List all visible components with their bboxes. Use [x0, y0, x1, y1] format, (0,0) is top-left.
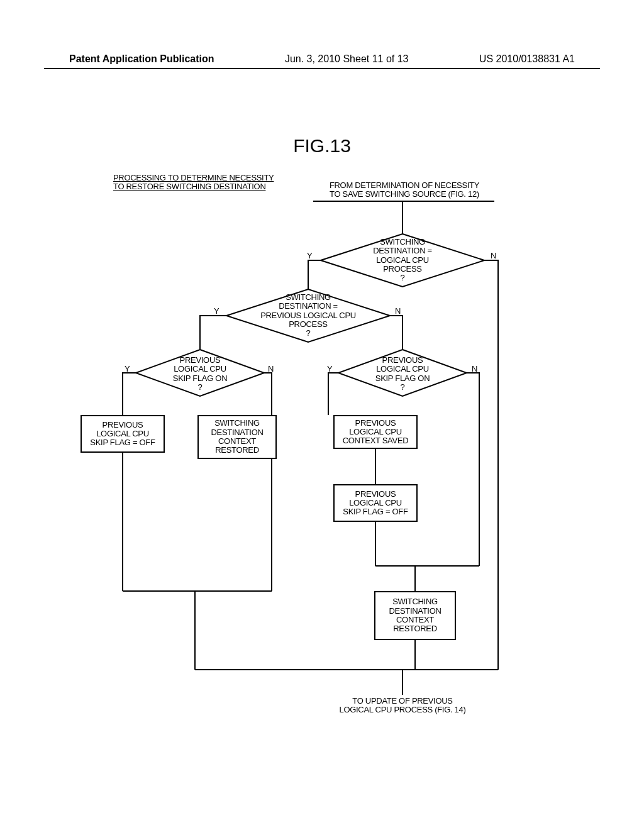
decision-d2: SWITCHINGDESTINATION =PREVIOUS LOGICAL C… [252, 293, 365, 338]
process-p4-label: PREVIOUSLOGICAL CPUSKIP FLAG = OFF [343, 490, 408, 517]
from-label: FROM DETERMINATION OF NECESSITYTO SAVE S… [313, 181, 496, 199]
flowchart: PROCESSING TO DETERMINE NECESSITYTO REST… [0, 0, 644, 830]
d4-y: Y [327, 365, 332, 374]
process-p4: PREVIOUSLOGICAL CPUSKIP FLAG = OFF [333, 484, 418, 522]
d1-n: N [491, 252, 496, 260]
process-p1: PREVIOUSLOGICAL CPUSKIP FLAG = OFF [80, 415, 165, 453]
process-p2: SWITCHINGDESTINATIONCONTEXTRESTORED [197, 415, 277, 459]
d3-n: N [268, 365, 274, 374]
decision-d3: PREVIOUSLOGICAL CPUSKIP FLAG ON? [156, 356, 244, 392]
process-p3-label: PREVIOUSLOGICAL CPUCONTEXT SAVED [343, 419, 409, 446]
process-p5: SWITCHINGDESTINATIONCONTEXTRESTORED [374, 591, 456, 640]
d2-n: N [395, 307, 401, 316]
process-p5-label: SWITCHINGDESTINATIONCONTEXTRESTORED [389, 597, 441, 633]
flowchart-title: PROCESSING TO DETERMINE NECESSITYTO REST… [113, 174, 289, 192]
decision-d4: PREVIOUSLOGICAL CPUSKIP FLAG ON? [358, 356, 447, 392]
process-p2-label: SWITCHINGDESTINATIONCONTEXTRESTORED [211, 419, 263, 455]
process-p1-label: PREVIOUSLOGICAL CPUSKIP FLAG = OFF [90, 421, 155, 448]
process-p3: PREVIOUSLOGICAL CPUCONTEXT SAVED [333, 415, 418, 449]
d4-n: N [472, 365, 477, 374]
d1-y: Y [307, 252, 312, 260]
d2-y: Y [214, 307, 219, 316]
d3-y: Y [125, 365, 130, 374]
decision-d1: SWITCHINGDESTINATION =LOGICAL CPUPROCESS… [352, 238, 453, 282]
to-label: TO UPDATE OF PREVIOUSLOGICAL CPU PROCESS… [327, 697, 478, 715]
